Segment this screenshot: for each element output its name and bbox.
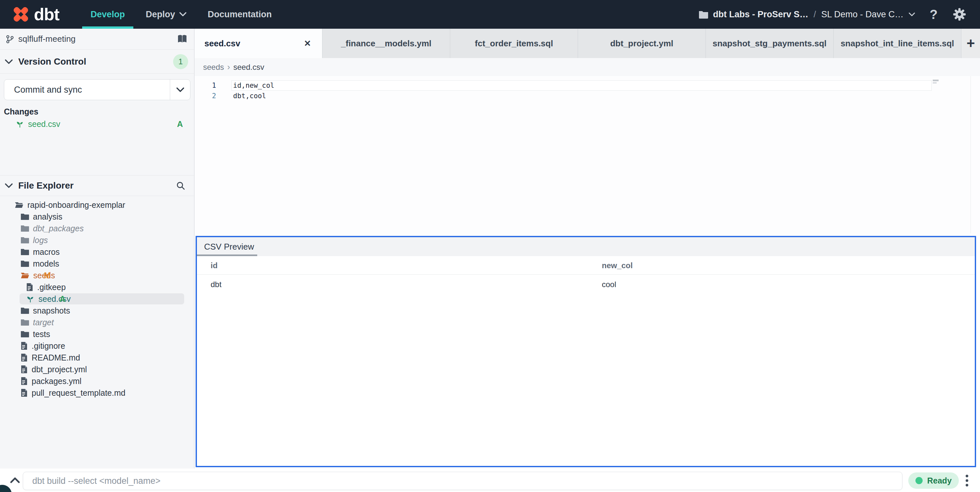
branch-name: sqlfluff-meeting <box>18 34 76 44</box>
tree-item-gitkeep[interactable]: .gitkeep <box>0 281 194 293</box>
tree-item-dbt-packages[interactable]: dbt_packages <box>0 222 194 234</box>
chevron-down-icon <box>5 183 13 188</box>
chevron-right-icon: › <box>227 62 230 72</box>
tab-snapshot-int-line-items-sql[interactable]: snapshot_int_line_items.sql <box>834 29 961 58</box>
tree-item-seeds[interactable]: seeds M <box>0 270 194 281</box>
tree-item-logs[interactable]: logs <box>0 234 194 246</box>
status-badge[interactable]: Ready <box>908 473 959 489</box>
command-bar: Ready <box>0 468 980 492</box>
search-icon[interactable] <box>176 181 186 190</box>
folder-icon <box>21 213 29 220</box>
tab-dbt-project-yml[interactable]: dbt_project.yml <box>578 29 706 58</box>
breadcrumb-file[interactable]: seed.csv <box>234 62 264 72</box>
tree-item-packages-yml[interactable]: packages.yml <box>0 375 194 387</box>
close-icon[interactable]: ✕ <box>304 38 311 49</box>
git-status-badge: M <box>44 271 51 280</box>
tree-item-macros[interactable]: macros <box>0 246 194 258</box>
changes-label: Changes <box>4 107 38 117</box>
version-control-title: Version Control <box>18 56 86 67</box>
tree-item-gitignore[interactable]: .gitignore <box>0 340 194 352</box>
account-name: dbt Labs - ProServ S… <box>713 10 808 19</box>
git-branch-icon <box>5 35 14 44</box>
seedling-icon <box>26 295 35 303</box>
chevron-down-icon <box>179 12 187 17</box>
file-explorer-header[interactable]: File Explorer <box>0 175 194 196</box>
top-nav: dbt Develop Deploy Documentation dbt Lab… <box>0 0 980 29</box>
new-tab-button[interactable]: + <box>961 29 980 58</box>
changed-file-seed-csv[interactable]: seed.csv A <box>0 117 194 131</box>
account-project-selector[interactable]: dbt Labs - ProServ S… / SL Demo - Dave C… <box>698 10 915 19</box>
commit-options-dropdown[interactable] <box>170 80 190 100</box>
csv-preview-panel: CSV Preview id new_col dbt cool <box>196 236 976 467</box>
tab-finance-models-yml[interactable]: _finance__models.yml <box>323 29 450 58</box>
file-icon <box>26 283 33 291</box>
csv-preview-title[interactable]: CSV Preview <box>204 242 254 252</box>
docs-book-icon[interactable] <box>177 35 188 44</box>
brand-text: dbt <box>34 5 59 24</box>
minimap <box>933 80 939 81</box>
file-explorer-title: File Explorer <box>18 181 74 191</box>
kebab-menu-icon[interactable] <box>961 473 974 489</box>
line-number: 1 <box>195 80 216 91</box>
file-icon <box>21 377 28 385</box>
column-header: new_col <box>602 261 633 270</box>
command-input[interactable] <box>23 472 902 490</box>
file-icon <box>21 388 28 397</box>
git-status-badge: A <box>60 294 65 304</box>
help-icon[interactable]: ? <box>930 8 938 21</box>
code-line: id,new_col <box>233 80 274 91</box>
tree-item-pull-request-template[interactable]: pull_request_template.md <box>0 387 194 399</box>
tab-fct-order-items-sql[interactable]: fct_order_items.sql <box>450 29 578 58</box>
commit-and-sync-button[interactable]: Commit and sync <box>4 79 190 100</box>
file-icon <box>21 342 28 350</box>
changes-count-badge: 1 <box>173 54 188 69</box>
tree-item-analysis[interactable]: analysis <box>0 211 194 222</box>
csv-table-row: dbt cool <box>197 275 975 294</box>
file-tree: rapid-onboarding-exemplar analysis dbt_p… <box>0 199 194 399</box>
git-status-badge: A <box>177 120 183 129</box>
tree-item-dbt-project-yml[interactable]: dbt_project.yml <box>0 363 194 375</box>
folder-icon <box>21 330 29 338</box>
code-editor[interactable]: 1 2 id,new_col dbt,cool <box>195 76 980 236</box>
tab-seed-csv[interactable]: seed.csv ✕ <box>195 29 323 58</box>
current-line-highlight <box>231 80 932 91</box>
csv-preview-header: CSV Preview <box>197 237 975 256</box>
code-line: dbt,cool <box>233 91 266 101</box>
chevron-down-icon <box>5 59 13 65</box>
tree-item-readme[interactable]: README.md <box>0 352 194 363</box>
project-name: SL Demo - Dave C… <box>821 10 904 19</box>
gear-icon[interactable] <box>952 7 967 22</box>
nav-item-documentation[interactable]: Documentation <box>197 0 282 29</box>
nav-right: dbt Labs - ProServ S… / SL Demo - Dave C… <box>698 7 967 22</box>
file-icon <box>21 353 28 362</box>
line-number: 2 <box>195 91 216 101</box>
chevron-up-icon[interactable] <box>8 473 22 487</box>
version-control-header[interactable]: Version Control 1 <box>0 50 194 74</box>
seedling-icon <box>16 120 24 128</box>
editor-tab-bar: seed.csv ✕ _finance__models.yml fct_orde… <box>195 29 980 58</box>
branch-row: sqlfluff-meeting <box>0 29 194 50</box>
folder-icon <box>21 248 29 256</box>
status-dot-icon <box>915 477 923 484</box>
tab-snapshot-stg-payments-sql[interactable]: snapshot_stg_payments.sql <box>706 29 834 58</box>
tree-item-tests[interactable]: tests <box>0 328 194 340</box>
account-separator: / <box>813 10 816 19</box>
tree-item-models[interactable]: models <box>0 258 194 270</box>
nav-item-develop[interactable]: Develop <box>80 0 135 29</box>
chevron-down-icon <box>908 12 915 17</box>
tree-item-target[interactable]: target <box>0 316 194 328</box>
breadcrumb-folder[interactable]: seeds <box>203 62 224 72</box>
minimap-divider <box>970 76 971 233</box>
nav-item-deploy[interactable]: Deploy <box>135 0 197 29</box>
tree-item-rapid-onboarding-exemplar[interactable]: rapid-onboarding-exemplar <box>0 199 194 211</box>
dbt-logo[interactable]: dbt <box>12 5 59 24</box>
tree-item-snapshots[interactable]: snapshots <box>0 305 194 316</box>
sidebar: sqlfluff-meeting Version Control 1 Commi… <box>0 29 195 468</box>
cell-value: dbt <box>211 280 221 289</box>
folder-icon <box>21 318 29 326</box>
minimap <box>933 82 937 83</box>
folder-icon <box>698 10 708 19</box>
column-header: id <box>211 261 218 270</box>
tree-item-seed-csv[interactable]: seed.csv A <box>0 293 194 305</box>
cell-value: cool <box>602 280 616 289</box>
